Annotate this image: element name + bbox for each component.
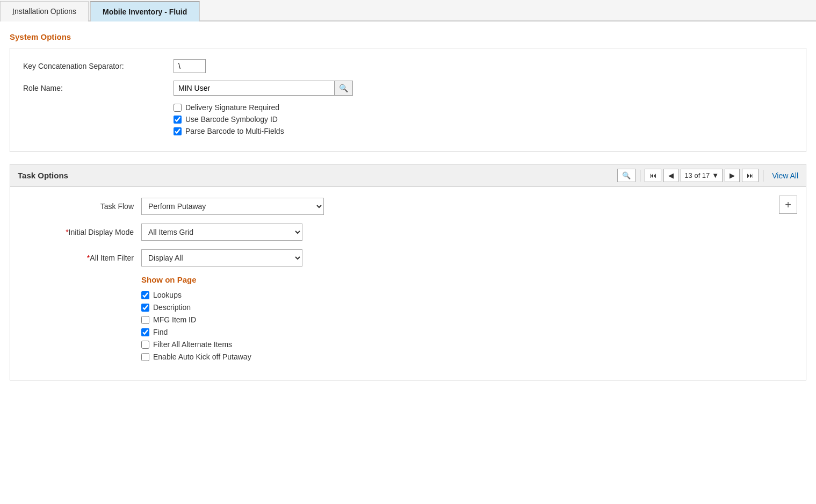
tab-mobile-inventory-fluid-label: Mobile Inventory - Fluid (103, 8, 187, 16)
checkbox-description[interactable] (141, 304, 149, 312)
checkbox-mfg-item-id[interactable] (141, 316, 149, 324)
system-options-title: System Options (10, 32, 806, 41)
add-button[interactable]: + (779, 196, 797, 214)
role-name-search-button[interactable]: 🔍 (335, 81, 353, 96)
initial-display-mode-select[interactable]: All Items Grid Single Item Summary (141, 224, 302, 241)
tabs-bar: Installation Options Mobile Inventory - … (0, 0, 816, 21)
role-name-input[interactable]: MIN User (174, 81, 335, 96)
all-item-filter-row: *All Item Filter Display All Filter 1 Fi… (23, 249, 793, 267)
checkbox-filter-alternate-label: Filter All Alternate Items (153, 340, 232, 349)
checkbox-description-row: Description (141, 303, 793, 312)
checkbox-auto-kickoff-label: Enable Auto Kick off Putaway (153, 352, 251, 361)
role-name-row: Role Name: MIN User 🔍 (23, 81, 793, 96)
checkbox-filter-alternate[interactable] (141, 341, 149, 349)
task-options-controls: 🔍 ⏮ ◀ 13 of 17 ▼ ▶ ⏭ View All (617, 169, 798, 182)
checkbox-barcode-symbology-label: Use Barcode Symbology ID (185, 115, 278, 124)
first-page-button[interactable]: ⏮ (645, 169, 661, 182)
divider-2 (763, 170, 763, 182)
checkbox-parse-barcode[interactable] (174, 127, 182, 135)
task-flow-select[interactable]: Perform Putaway (141, 198, 324, 215)
page-indicator-text: 13 of 17 (684, 171, 710, 179)
initial-display-mode-label: **Initial Display ModeInitial Display Mo… (23, 228, 141, 236)
task-flow-row: Task Flow Perform Putaway (23, 198, 793, 215)
checkbox-barcode-symbology-row: Use Barcode Symbology ID (174, 115, 793, 124)
all-item-filter-select[interactable]: Display All Filter 1 Filter 2 (141, 249, 302, 267)
view-all-link[interactable]: View All (772, 171, 798, 180)
checkbox-delivery-signature-row: Delivery Signature Required (174, 103, 793, 112)
checkbox-mfg-item-id-row: MFG Item ID (141, 315, 793, 324)
tab-installation-options-label: Installation Options (12, 7, 76, 16)
checkbox-delivery-signature[interactable] (174, 104, 182, 112)
prev-page-button[interactable]: ◀ (663, 169, 678, 182)
show-on-page-checkboxes: Lookups Description MFG Item ID Find Fil… (141, 291, 793, 361)
divider-1 (640, 170, 640, 182)
checkbox-filter-alternate-row: Filter All Alternate Items (141, 340, 793, 349)
role-name-label: Role Name: (23, 84, 174, 92)
key-concatenation-input[interactable]: \ (174, 59, 206, 73)
checkbox-parse-barcode-row: Parse Barcode to Multi-Fields (174, 127, 793, 135)
system-options-box: Key Concatenation Separator: \ Role Name… (10, 48, 806, 152)
initial-display-mode-row: **Initial Display ModeInitial Display Mo… (23, 224, 793, 241)
checkbox-lookups-label: Lookups (153, 291, 182, 299)
checkbox-find[interactable] (141, 328, 149, 336)
tab-installation-options[interactable]: Installation Options (0, 1, 89, 21)
checkbox-parse-barcode-label: Parse Barcode to Multi-Fields (185, 127, 284, 135)
task-options-header: Task Options 🔍 ⏮ ◀ 13 of 17 ▼ ▶ ⏭ View A… (10, 164, 806, 187)
task-flow-label: Task Flow (23, 202, 141, 211)
checkbox-delivery-signature-label: Delivery Signature Required (185, 103, 279, 112)
main-content: System Options Key Concatenation Separat… (0, 21, 816, 391)
key-concatenation-row: Key Concatenation Separator: \ (23, 59, 793, 73)
tab-mobile-inventory-fluid[interactable]: Mobile Inventory - Fluid (90, 1, 200, 21)
checkbox-lookups[interactable] (141, 291, 149, 299)
all-item-filter-label: *All Item Filter (23, 254, 141, 262)
checkbox-description-label: Description (153, 303, 191, 312)
page-indicator[interactable]: 13 of 17 ▼ (681, 169, 723, 182)
last-page-button[interactable]: ⏭ (742, 169, 759, 182)
next-page-button[interactable]: ▶ (725, 169, 740, 182)
key-concatenation-label: Key Concatenation Separator: (23, 62, 174, 70)
system-options-checkboxes: Delivery Signature Required Use Barcode … (174, 103, 793, 135)
checkbox-mfg-item-id-label: MFG Item ID (153, 315, 196, 324)
task-options-title: Task Options (18, 171, 617, 180)
show-on-page-title: Show on Page (141, 275, 793, 284)
checkbox-lookups-row: Lookups (141, 291, 793, 299)
search-records-button[interactable]: 🔍 (617, 169, 636, 182)
task-options-body: + Task Flow Perform Putaway **Initial Di… (10, 187, 806, 380)
checkbox-auto-kickoff-row: Enable Auto Kick off Putaway (141, 352, 793, 361)
page-dropdown-arrow: ▼ (712, 171, 719, 179)
checkbox-find-row: Find (141, 328, 793, 336)
checkbox-auto-kickoff[interactable] (141, 353, 149, 361)
checkbox-find-label: Find (153, 328, 168, 336)
role-name-input-wrapper: MIN User 🔍 (174, 81, 353, 96)
task-options-section: Task Options 🔍 ⏮ ◀ 13 of 17 ▼ ▶ ⏭ View A… (10, 164, 806, 380)
checkbox-barcode-symbology[interactable] (174, 116, 182, 124)
